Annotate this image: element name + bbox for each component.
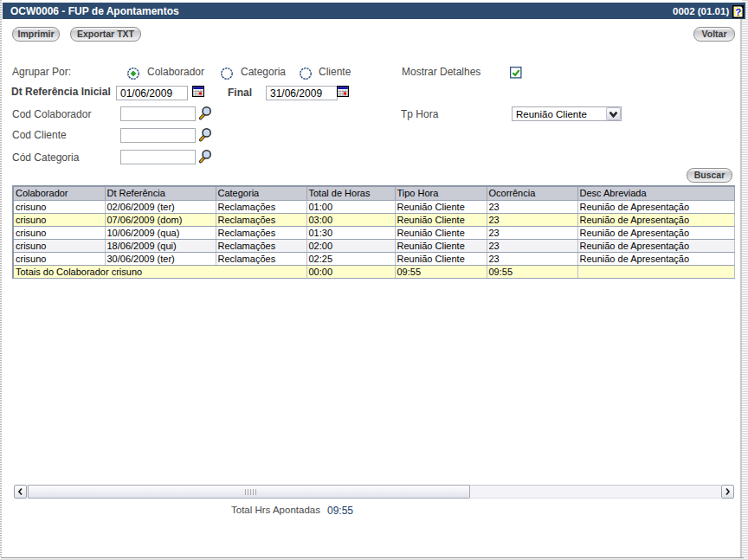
svg-text:?: ?	[735, 7, 741, 17]
